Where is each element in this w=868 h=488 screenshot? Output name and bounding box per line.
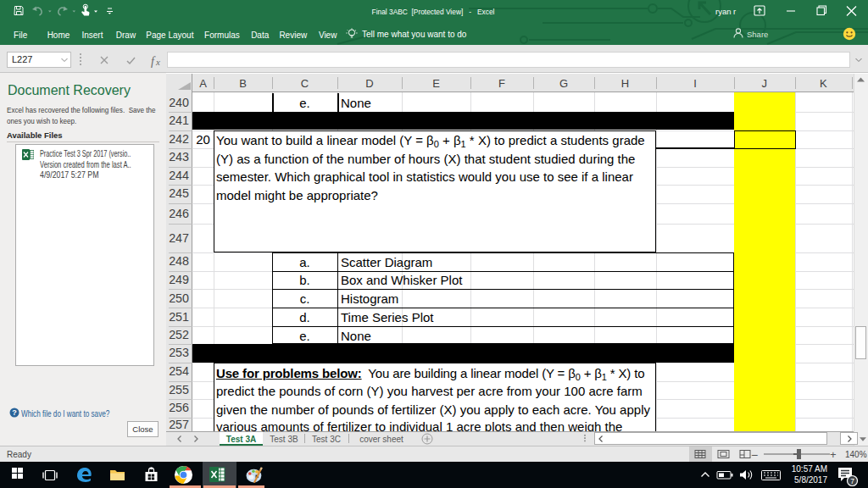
- svg-text:?: ?: [12, 408, 17, 417]
- svg-text:x: x: [155, 57, 160, 67]
- svg-text:7: 7: [850, 477, 854, 485]
